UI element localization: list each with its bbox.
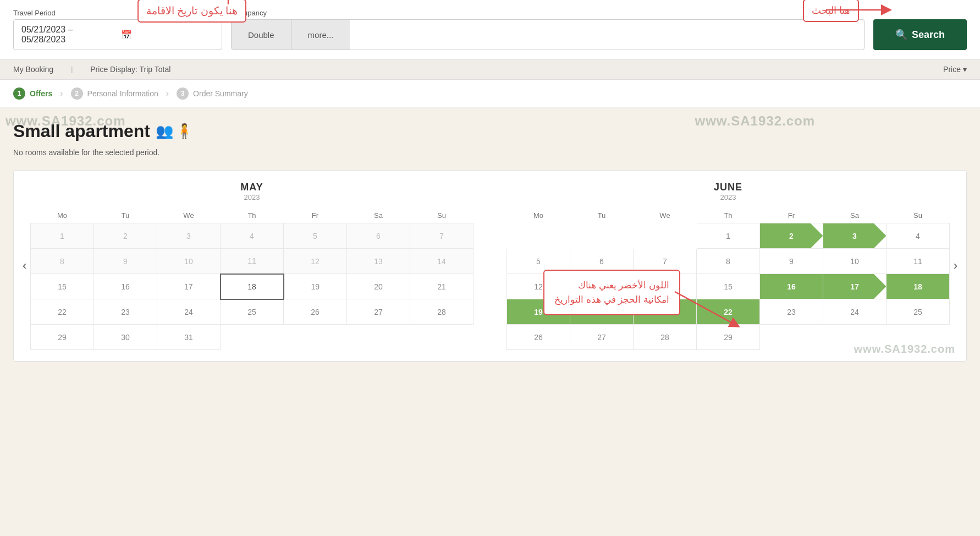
table-row[interactable]: 24	[823, 299, 887, 325]
table-row[interactable]: 20	[347, 274, 410, 299]
nav-bar: My Booking | Price Display: Trip Total P…	[0, 59, 980, 80]
table-row[interactable]: 10	[157, 249, 221, 274]
person-icon-2: 🧍	[175, 123, 193, 140]
table-row[interactable]: 17	[157, 274, 221, 299]
may-day-fr: Fr	[284, 208, 347, 223]
table-row[interactable]: 21	[410, 274, 474, 299]
table-row[interactable]: 4	[221, 223, 284, 249]
table-row[interactable]: 3	[823, 223, 887, 249]
table-row[interactable]: 28	[634, 325, 697, 350]
breadcrumb-step-2: 2 Personal Information	[71, 87, 158, 100]
step3-number: 3	[177, 87, 189, 100]
occupancy-field: Occupancy Double more...	[231, 9, 865, 50]
june-day-fr: Fr	[760, 208, 823, 223]
table-row[interactable]: 30	[94, 325, 157, 350]
double-button[interactable]: Double	[232, 20, 291, 50]
table-row[interactable]: 15	[31, 274, 94, 299]
table-row[interactable]: 16	[760, 274, 823, 299]
search-button[interactable]: 🔍 Search	[873, 19, 967, 50]
table-row[interactable]: 6	[347, 223, 410, 249]
table-row[interactable]: 26	[284, 299, 347, 325]
chevron-down-icon: ▾	[963, 65, 967, 74]
table-row[interactable]: 22	[697, 299, 760, 325]
price-filter[interactable]: Price ▾	[943, 65, 967, 74]
more-button[interactable]: more...	[291, 20, 350, 50]
june-header: JUNE 2023	[506, 182, 950, 201]
table-row[interactable]: 25	[887, 299, 950, 325]
table-row[interactable]: 5	[284, 223, 347, 249]
may-day-we: We	[157, 208, 221, 223]
table-row[interactable]: 23	[760, 299, 823, 325]
table-row[interactable]: 29	[31, 325, 94, 350]
table-row[interactable]: 2	[760, 223, 823, 249]
table-row[interactable]: 25	[221, 299, 284, 325]
search-annotation-box: هنا البحث	[803, 0, 859, 22]
table-row[interactable]: 13	[347, 249, 410, 274]
table-row[interactable]: 17	[823, 274, 887, 299]
step1-label: Offers	[30, 89, 52, 98]
may-day-su: Su	[410, 208, 474, 223]
may-grid: Mo Tu We Th Fr Sa Su 1234567891011121314…	[30, 208, 474, 350]
table-row[interactable]: 8	[31, 249, 94, 274]
table-row[interactable]: 9	[94, 249, 157, 274]
table-row[interactable]: 3	[157, 223, 221, 249]
table-row[interactable]: 4	[887, 223, 950, 249]
step1-number: 1	[13, 87, 25, 100]
table-row[interactable]: 11	[221, 249, 284, 274]
table-row[interactable]: 2	[94, 223, 157, 249]
table-row[interactable]: 26	[507, 325, 570, 350]
table-row[interactable]: 29	[697, 325, 760, 350]
table-row[interactable]: 22	[31, 299, 94, 325]
table-row[interactable]: 31	[157, 325, 221, 350]
table-row[interactable]: 18	[221, 274, 284, 299]
may-month-label: MAY	[30, 182, 474, 193]
june-day-mo: Mo	[507, 208, 570, 223]
table-row	[347, 325, 410, 350]
date-range-input[interactable]: 05/21/2023 – 05/28/2023 📅	[13, 19, 222, 50]
may-calendar: MAY 2023 Mo Tu We Th Fr Sa Su	[14, 171, 490, 361]
main-content: www.SA1932.com www.SA1932.com Small apar…	[0, 108, 980, 362]
table-row[interactable]: 18	[887, 274, 950, 299]
table-row[interactable]: 24	[157, 299, 221, 325]
table-row[interactable]: 23	[94, 299, 157, 325]
calendar-next-button[interactable]: ›	[949, 254, 962, 277]
table-row[interactable]: 14	[410, 249, 474, 274]
table-row[interactable]: 15	[697, 274, 760, 299]
price-display-nav: Price Display: Trip Total	[90, 65, 170, 74]
table-row	[507, 223, 570, 249]
calendar-prev-button[interactable]: ‹	[18, 254, 31, 277]
table-row[interactable]: 9	[760, 249, 823, 274]
table-row	[284, 325, 347, 350]
table-row[interactable]: 12	[284, 249, 347, 274]
green-annotation-box: اللون الأخضر يعني هناك امكانية الحجز في …	[543, 270, 680, 315]
june-day-tu: Tu	[570, 208, 634, 223]
table-row[interactable]: 27	[570, 325, 634, 350]
table-row[interactable]: 11	[887, 249, 950, 274]
june-day-sa: Sa	[823, 208, 887, 223]
table-row	[823, 325, 887, 350]
table-row[interactable]: 10	[823, 249, 887, 274]
step2-number: 2	[71, 87, 83, 100]
step2-label: Personal Information	[87, 89, 158, 98]
room-title: Small apartment 👥 🧍	[13, 121, 967, 141]
table-row[interactable]: 28	[410, 299, 474, 325]
table-row[interactable]: 1	[697, 223, 760, 249]
breadcrumb: 1 Offers › 2 Personal Information › 3 Or…	[0, 80, 980, 108]
bc-arrow-2: ›	[166, 89, 169, 99]
breadcrumb-step-1: 1 Offers	[13, 87, 52, 100]
table-row[interactable]: 16	[94, 274, 157, 299]
green-annotation-line1: اللون الأخضر يعني هناك	[554, 278, 669, 293]
calendars-section: ‹ MAY 2023 Mo Tu We Th Fr Sa	[13, 170, 967, 362]
room-name: Small apartment	[13, 121, 150, 141]
date-range-value: 05/21/2023 – 05/28/2023	[21, 25, 114, 45]
table-row[interactable]: 8	[697, 249, 760, 274]
calendar-icon: 📅	[121, 30, 214, 40]
page-wrapper: Travel Period 05/21/2023 – 05/28/2023 📅 …	[0, 0, 980, 362]
table-row[interactable]: 1	[31, 223, 94, 249]
june-day-su: Su	[887, 208, 950, 223]
table-row[interactable]: 19	[284, 274, 347, 299]
my-booking-nav[interactable]: My Booking	[13, 65, 53, 74]
price-filter-label: Price	[943, 65, 961, 74]
table-row[interactable]: 27	[347, 299, 410, 325]
table-row[interactable]: 7	[410, 223, 474, 249]
